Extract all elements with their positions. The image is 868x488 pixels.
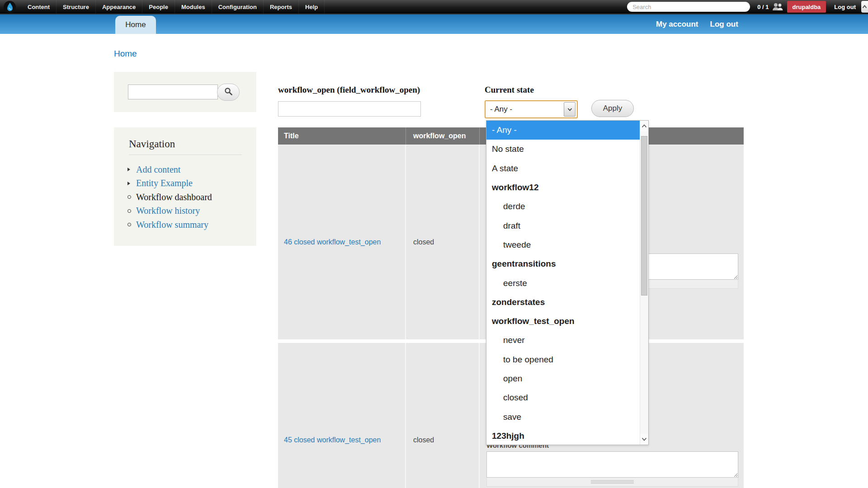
header-bar: Home My account Log out [0,14,868,34]
sidebar-search-block [114,72,256,112]
toolbar-item-configuration[interactable]: Configuration [212,0,264,14]
dropdown-option[interactable]: derde [486,197,640,216]
toolbar-item-modules[interactable]: Modules [175,0,212,14]
list-item: Add content [127,163,212,177]
dropdown-option[interactable]: tweede [486,235,640,254]
collapsed-menu-icon [127,168,136,171]
navigation-heading: Navigation [129,138,242,155]
dropdown-option[interactable]: open [486,369,640,388]
sidebar-search-button[interactable] [217,84,240,101]
sidebar-navigation-block: Navigation Add content Entity Example Wo… [114,127,256,246]
sidebar-item-workflow-dashboard[interactable]: Workflow dashboard [136,192,212,202]
current-state-dropdown: - Any - No state A state workflow12 derd… [486,120,649,445]
drupal-admin-page: Content Structure Appearance People Modu… [0,0,868,488]
dropdown-scrollbar[interactable] [640,121,648,445]
my-account-link[interactable]: My account [656,20,698,29]
dropdown-option[interactable]: draft [486,216,640,235]
dropdown-option[interactable]: 123hjgh [486,427,640,445]
dropdown-option[interactable]: to be opened [486,350,640,369]
leaf-bullet-icon [127,209,136,213]
toolbar-toggle-chevron-icon[interactable] [861,1,868,13]
drupal-logo-icon[interactable] [4,1,16,13]
dropdown-option[interactable]: A state [486,159,640,178]
header-logout-link[interactable]: Log out [710,20,738,29]
sidebar-item-workflow-summary[interactable]: Workflow summary [136,220,208,230]
online-user-count: 0 / 1 [757,4,769,10]
toolbar-item-content[interactable]: Content [21,0,57,14]
dropdown-option[interactable]: save [486,407,640,426]
username-badge[interactable]: drupaldba [787,1,826,13]
toolbar-search-input[interactable] [627,2,750,12]
column-header-title: Title [278,127,406,145]
sidebar-item-workflow-history[interactable]: Workflow history [136,206,200,216]
toolbar-right-cluster: 0 / 1 drupaldba Log out [627,0,868,14]
dropdown-option[interactable]: workflow12 [486,178,640,197]
navigation-menu: Add content Entity Example Workflow dash… [127,163,212,232]
selected-state-value: - Any - [486,105,564,114]
dropdown-option[interactable]: geentransitions [486,254,640,273]
toolbar-item-reports[interactable]: Reports [264,0,299,14]
scrollbar-thumb[interactable] [641,136,647,296]
list-item: Workflow dashboard [127,190,212,204]
dropdown-option[interactable]: workflow_test_open [486,312,640,331]
current-state-select[interactable]: - Any - [485,100,578,118]
toolbar-logout-link[interactable]: Log out [834,4,856,10]
list-item: Workflow history [127,204,212,218]
dropdown-option[interactable]: - Any - [486,121,640,140]
chevron-down-icon [564,102,576,117]
tab-home[interactable]: Home [115,16,156,34]
textarea-resize-grippie[interactable] [486,478,738,487]
cell-value: closed [413,436,434,444]
dropdown-option[interactable]: No state [486,140,640,159]
workflow-open-filter-input[interactable] [278,101,421,117]
toolbar-item-help[interactable]: Help [299,0,325,14]
dropdown-option[interactable]: eerste [486,273,640,292]
sidebar-search-input[interactable] [128,84,218,99]
workflow-open-filter-label: workflow_open (field_workflow_open) [278,85,420,95]
column-header-workflow-open: workflow_open [406,127,480,145]
toolbar-item-structure[interactable]: Structure [57,0,96,14]
dropdown-option-list: - Any - No state A state workflow12 derd… [486,121,640,445]
leaf-bullet-icon [127,223,136,226]
dropdown-option[interactable]: zonderstates [486,293,640,312]
workflow-open-cell: closed [406,343,480,488]
scroll-down-icon[interactable] [640,434,648,445]
node-46-link[interactable]: 46 closed workflow_test_open [284,238,381,246]
workflow-comment-textarea[interactable] [486,451,738,478]
apply-button[interactable]: Apply [591,100,634,117]
sidebar-item-add-content[interactable]: Add content [136,164,180,175]
list-item: Workflow summary [127,218,212,232]
leaf-bullet-icon [127,195,136,199]
admin-toolbar: Content Structure Appearance People Modu… [0,0,868,14]
cell-value: closed [413,238,434,246]
breadcrumb-home-link[interactable]: Home [114,49,137,59]
current-state-filter-label: Current state [485,85,534,95]
sidebar-item-entity-example[interactable]: Entity Example [136,178,193,188]
toolbar-item-people[interactable]: People [142,0,175,14]
dropdown-option[interactable]: never [486,331,640,350]
users-icon [772,3,783,11]
secondary-menu: My account Log out [656,14,738,34]
workflow-open-cell: closed [406,145,480,339]
dropdown-option[interactable]: closed [486,388,640,407]
scroll-up-icon[interactable] [640,121,648,131]
node-45-link[interactable]: 45 closed workflow_test_open [284,436,381,444]
collapsed-menu-icon [127,182,136,185]
list-item: Entity Example [127,177,212,191]
toolbar-item-appearance[interactable]: Appearance [96,0,142,14]
search-icon [224,87,233,97]
